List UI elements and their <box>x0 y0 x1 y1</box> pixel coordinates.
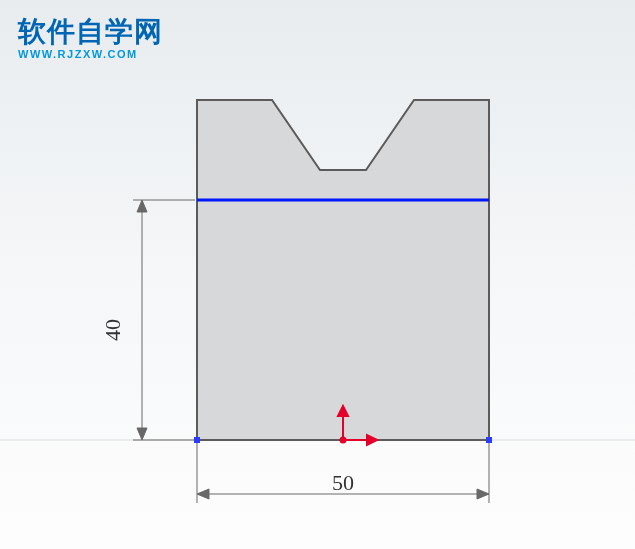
dimension-horizontal-value: 50 <box>332 470 354 495</box>
dimension-vertical <box>133 200 195 440</box>
svg-marker-9 <box>137 428 147 440</box>
drawing-canvas[interactable]: 40 50 <box>0 0 635 549</box>
svg-marker-8 <box>137 200 147 212</box>
svg-rect-15 <box>194 437 200 443</box>
part-body <box>197 100 489 440</box>
svg-marker-14 <box>477 489 489 499</box>
svg-rect-16 <box>486 437 492 443</box>
dimension-vertical-value: 40 <box>100 319 125 341</box>
svg-marker-13 <box>197 489 209 499</box>
